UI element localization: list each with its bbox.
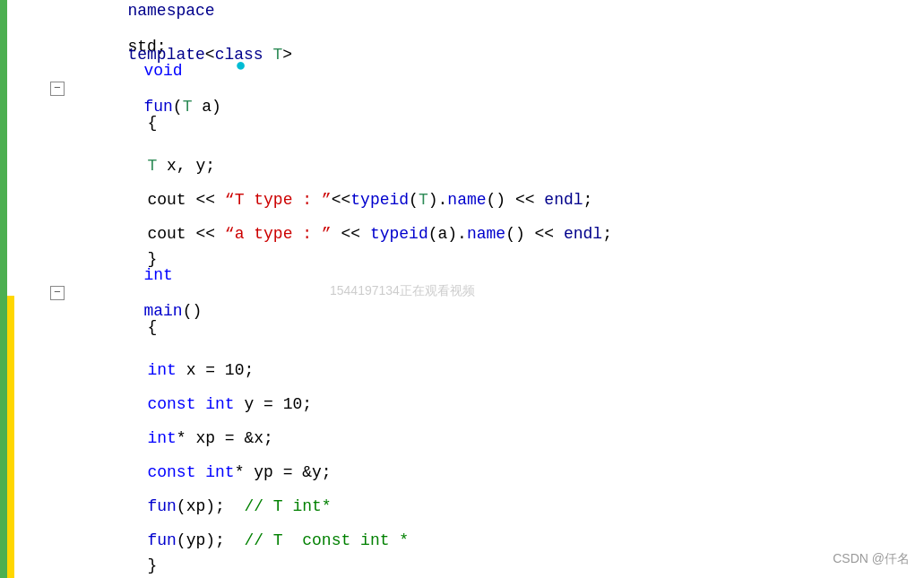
code-line-3: − void fun(T a) bbox=[43, 72, 924, 106]
keyword-class: class bbox=[215, 46, 263, 64]
csdn-brand: CSDN @仟名 bbox=[833, 551, 910, 567]
fn-typeid-a: typeid bbox=[370, 225, 428, 243]
keyword-void: void bbox=[143, 62, 182, 80]
code-line-16: fun(yp); // T const int * bbox=[43, 514, 924, 548]
editor-container: using namespace std; ● template<class T>… bbox=[0, 0, 924, 578]
watermark: 1544197134正在观看视频 bbox=[330, 283, 475, 299]
code-line-7: cout << “a type : ” << typeid(a).name() … bbox=[43, 208, 924, 242]
fold-icon-main[interactable]: − bbox=[50, 286, 65, 300]
yellow-bar bbox=[7, 296, 14, 578]
type-T: T bbox=[272, 46, 282, 64]
line-17-content: } bbox=[70, 539, 157, 578]
code-line-9: − int main() 1544197134正在观看视频 bbox=[43, 276, 924, 310]
string-a-type: “a type : ” bbox=[225, 225, 332, 243]
green-bar bbox=[0, 0, 7, 578]
comment-T-const-int-ptr: // T const int * bbox=[244, 531, 409, 549]
fn-name2: name bbox=[467, 225, 505, 243]
keyword-int: int bbox=[143, 266, 172, 284]
fold-icon-fun[interactable]: − bbox=[50, 82, 65, 96]
keyword-endl2: endl bbox=[564, 225, 602, 243]
code-area: using namespace std; ● template<class T>… bbox=[43, 0, 924, 578]
keyword-namespace: namespace bbox=[127, 2, 214, 20]
gutter bbox=[0, 0, 43, 578]
code-line-17: } bbox=[43, 548, 924, 578]
